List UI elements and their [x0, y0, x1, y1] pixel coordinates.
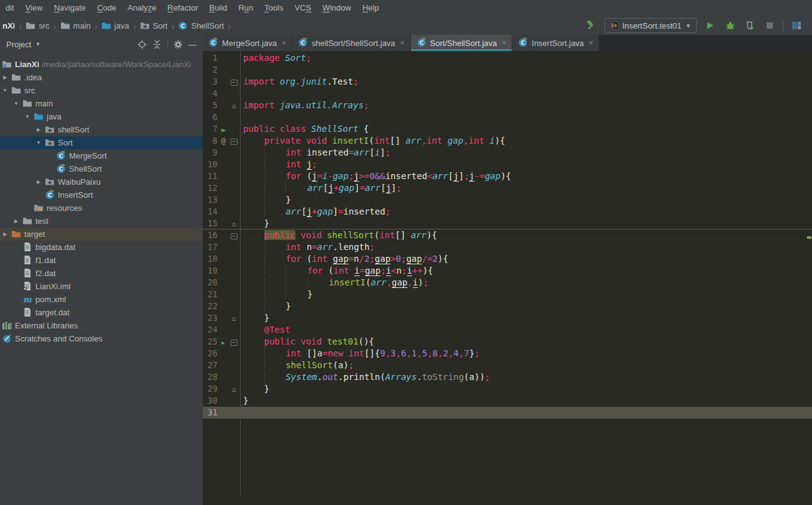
build-hammer-button[interactable] [584, 19, 598, 32]
code-editor[interactable]: 1package Sort;23−import org.junit.Test;4… [203, 51, 812, 498]
close-icon[interactable]: × [280, 39, 286, 47]
tree-item-idea[interactable]: ▶.idea [0, 71, 203, 84]
layout-button[interactable] [790, 19, 803, 32]
tree-item-src[interactable]: ▼src [0, 84, 203, 97]
run-button[interactable] [703, 19, 717, 32]
breadcrumb-shellsort[interactable]: CShellSort [177, 21, 225, 30]
code-line-7[interactable]: 7▶▶public class ShellSort { [203, 123, 812, 135]
tree-item-lianxi[interactable]: LianXi /media/jiahao/software/WorkSpace/… [0, 58, 203, 71]
code-line-23[interactable]: 23⌂ } [203, 312, 812, 324]
breadcrumb-nxi[interactable]: nXi [1, 21, 16, 30]
collapse-all-button[interactable] [152, 39, 162, 49]
code-line-2[interactable]: 2 [203, 64, 812, 76]
tree-item-java[interactable]: ▼java [0, 110, 203, 123]
code-line-15[interactable]: 15⌂ } [203, 218, 812, 229]
code-line-18[interactable]: 18 for (int gap=n/2;gap>0;gap/=2){ [203, 253, 812, 265]
collapse-arrow-icon[interactable]: ▼ [35, 140, 42, 146]
run-config-selector[interactable]: InsertSort.test01 ▼ [604, 18, 697, 33]
menu-tools[interactable]: Tools [259, 0, 288, 16]
run-class-gutter-icon[interactable]: ▶▶ [218, 123, 229, 135]
code-line-1[interactable]: 1package Sort; [203, 52, 812, 64]
tree-item-bigdata-dat[interactable]: bigdata.dat [0, 241, 203, 254]
code-line-28[interactable]: 28 System.out.println(Arrays.toString(a)… [203, 371, 812, 383]
run-test-gutter-icon[interactable]: ▶ [218, 336, 229, 348]
breadcrumb-main[interactable]: main [59, 21, 92, 30]
code-line-29[interactable]: 29⌂ } [203, 383, 812, 395]
expand-arrow-icon[interactable]: ▶ [35, 179, 42, 185]
tree-item-f1-dat[interactable]: f1.dat [0, 254, 203, 267]
code-line-11[interactable]: 11 for (j=i-gap;j>=0&&inserted<arr[j];j-… [203, 170, 812, 182]
code-line-17[interactable]: 17 int n=arr.length; [203, 241, 812, 253]
breadcrumb-src[interactable]: src [24, 21, 50, 30]
tab-mergesort-java[interactable]: CMergeSort.java× [203, 35, 292, 51]
menu-help[interactable]: Help [357, 0, 385, 16]
tree-item-test[interactable]: ▶test [0, 215, 203, 228]
code-line-30[interactable]: 30} [203, 395, 812, 407]
menu-run[interactable]: Run [233, 0, 259, 16]
tree-item-external-libraries[interactable]: External Libraries [0, 319, 203, 332]
fold-end-icon[interactable]: ⌂ [229, 383, 239, 395]
tab-sort-shellsort-java[interactable]: CSort/ShellSort.java× [411, 35, 513, 51]
tree-item-shellsort[interactable]: ▶shellSort [0, 123, 203, 136]
debug-button[interactable] [723, 19, 737, 32]
collapse-arrow-icon[interactable]: ▼ [2, 88, 8, 93]
code-line-21[interactable]: 21 } [203, 289, 812, 300]
locate-file-button[interactable] [137, 39, 147, 49]
code-line-13[interactable]: 13 } [203, 194, 812, 206]
code-line-8[interactable]: 8@− private void insertI(int[] arr,int g… [203, 135, 812, 147]
code-line-31[interactable]: 31 [203, 407, 812, 419]
menu-window[interactable]: Window [316, 0, 356, 16]
code-line-19[interactable]: 19 for (int i=gap;i<n;i++){ [203, 265, 812, 277]
fold-end-icon[interactable]: ⌂ [229, 218, 239, 229]
collapse-arrow-icon[interactable]: ▼ [13, 101, 19, 106]
tree-item-waibupaixu[interactable]: ▶WaibuPaixu [0, 175, 203, 188]
close-icon[interactable]: × [399, 39, 405, 47]
tree-item-target[interactable]: ▶target [0, 228, 203, 241]
expand-arrow-icon[interactable]: ▶ [2, 231, 8, 237]
menu-navigate[interactable]: Navigate [48, 0, 91, 16]
code-line-24[interactable]: 24 @Test [203, 324, 812, 336]
code-line-5[interactable]: 5⌂import java.util.Arrays; [203, 100, 812, 111]
tree-item-scratches-and-consoles[interactable]: Scratches and Consoles [0, 332, 203, 345]
hide-panel-button[interactable]: — [188, 40, 196, 49]
fold-end-icon[interactable]: ⌂ [229, 312, 239, 324]
fold-collapse-icon[interactable]: − [229, 76, 239, 88]
tree-item-shellsort[interactable]: CShellSort [0, 162, 203, 175]
expand-arrow-icon[interactable]: ▶ [2, 75, 8, 80]
code-line-6[interactable]: 6 [203, 111, 812, 123]
tab-shellsort-shellsort-java[interactable]: CshellSort/ShellSort.java× [292, 35, 410, 51]
close-icon[interactable]: × [501, 39, 506, 47]
tree-item-insertsort[interactable]: CInsertSort [0, 188, 203, 202]
code-line-22[interactable]: 22 } [203, 300, 812, 312]
stop-button[interactable] [763, 19, 777, 32]
tree-item-lianxi-iml[interactable]: LianXi.iml [0, 280, 203, 293]
breadcrumb-sort[interactable]: Sort [139, 21, 169, 30]
code-line-16[interactable]: 16− public void shellSort(int[] arr){ [203, 229, 812, 241]
fold-collapse-icon[interactable]: − [229, 336, 239, 348]
expand-arrow-icon[interactable]: ▶ [13, 218, 19, 224]
tree-item-resources[interactable]: resources [0, 202, 203, 215]
menu-code[interactable]: Code [91, 0, 122, 16]
tree-item-mergesort[interactable]: CMergeSort [0, 149, 203, 162]
tab-insertsort-java[interactable]: CInsertSort.java× [512, 35, 599, 51]
breadcrumb-java[interactable]: java [100, 21, 131, 30]
code-line-3[interactable]: 3−import org.junit.Test; [203, 76, 812, 88]
code-line-9[interactable]: 9 int inserted=arr[i]; [203, 147, 812, 159]
code-line-27[interactable]: 27 shellSort(a); [203, 359, 812, 371]
expand-arrow-icon[interactable]: ▶ [35, 127, 42, 132]
menu-refactor[interactable]: Refactor [162, 0, 203, 16]
coverage-button[interactable] [743, 19, 757, 32]
settings-button[interactable] [173, 39, 183, 49]
close-icon[interactable]: × [588, 39, 593, 47]
tree-item-sort[interactable]: ▼Sort [0, 136, 203, 149]
menu-vcs[interactable]: VCS [289, 0, 317, 16]
menu-build[interactable]: Build [204, 0, 233, 16]
code-line-12[interactable]: 12 arr[j+gap]=arr[j]; [203, 182, 812, 194]
collapse-arrow-icon[interactable]: ▼ [24, 114, 30, 119]
tree-item-f2-dat[interactable]: f2.dat [0, 267, 203, 280]
code-line-10[interactable]: 10 int j; [203, 159, 812, 170]
code-line-20[interactable]: 20 insertI(arr,gap,i); [203, 277, 812, 289]
menu-dit[interactable]: dit [0, 0, 20, 16]
tree-item-target-dat[interactable]: target.dat [0, 306, 203, 319]
project-title[interactable]: Project [4, 40, 31, 49]
